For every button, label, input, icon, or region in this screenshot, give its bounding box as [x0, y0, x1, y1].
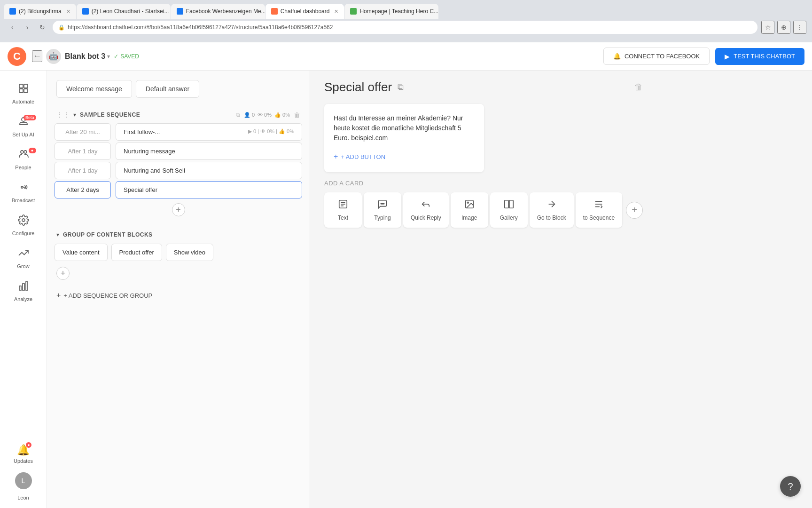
tab-bildungsfirma[interactable]: (2) Bildungsfirma ✕	[4, 4, 76, 19]
svg-point-5	[21, 151, 23, 153]
after-2days-input[interactable]: After 2 days	[55, 181, 111, 198]
copy-icon[interactable]: ⧉	[398, 82, 404, 92]
refresh-button[interactable]: ↻	[36, 21, 49, 34]
group-chevron-icon[interactable]: ▾	[56, 231, 59, 238]
show-video-button[interactable]: Show video	[166, 244, 213, 261]
connect-facebook-button[interactable]: 🔔 CONNECT TO FACEBOOK	[603, 48, 710, 65]
bot-name-chevron-icon[interactable]: ▾	[107, 53, 110, 60]
add-row-button[interactable]: +	[55, 199, 302, 220]
after-20min-input[interactable]: After 20 mi...	[55, 123, 111, 141]
content-type-quick-reply-button[interactable]: Quick Reply	[403, 192, 449, 228]
automate-icon	[18, 83, 29, 97]
add-content-type-button[interactable]: +	[626, 202, 643, 219]
value-content-button[interactable]: Value content	[55, 244, 108, 261]
sidebar-automate-label: Automate	[12, 99, 34, 104]
back-button[interactable]: ‹	[6, 21, 19, 34]
content-type-gallery-button[interactable]: Gallery	[490, 192, 528, 228]
extension-button[interactable]: ⊕	[777, 21, 790, 34]
sequence-rows: After 20 mi... First follow-... ▶ 0 | 👁 …	[55, 122, 302, 199]
nurturing-soft-sell-button[interactable]: Nurturing and Soft Sell	[116, 162, 302, 179]
forward-button[interactable]: ›	[21, 21, 34, 34]
address-actions: ☆ ⊕ ⋮	[761, 21, 806, 34]
chat-help-button[interactable]: ?	[780, 476, 801, 497]
bookmark-button[interactable]: ☆	[761, 21, 774, 34]
svg-point-20	[467, 202, 468, 203]
url-bar[interactable]: 🔒 https://dashboard.chatfuel.com/#/bot/5…	[53, 21, 757, 34]
seq-block-cell: First follow-... ▶ 0 | 👁 0% | 👍 0%	[116, 123, 302, 141]
sidebar-item-setup-ai[interactable]: Set Up AI Beta	[2, 111, 45, 142]
svg-point-17	[382, 203, 383, 204]
connect-fb-label: CONNECT TO FACEBOOK	[625, 53, 700, 60]
plus-icon[interactable]: +	[56, 267, 70, 280]
sidebar-item-broadcast[interactable]: Broadcast	[2, 177, 45, 208]
bot-icon: 🤖	[46, 49, 61, 64]
sequence-section: ⋮⋮ ▾ SAMPLE SEQUENCE ⧉ 👤 0 👁 0% 👍 0% 🗑 A…	[55, 107, 302, 220]
tab-teaching-hero[interactable]: Homepage | Teaching Hero C... ✕	[344, 4, 438, 19]
add-icon[interactable]: +	[172, 203, 185, 216]
tab-close-icon[interactable]: ✕	[66, 8, 70, 15]
sidebar-item-analyze[interactable]: Analyze	[2, 276, 45, 307]
typing-icon	[377, 199, 388, 212]
sidebar-item-configure[interactable]: Configure	[2, 210, 45, 241]
svg-rect-2	[19, 89, 23, 93]
after-1day-input-2[interactable]: After 1 day	[55, 162, 111, 179]
message-text: Hast du Interesse an meiner Akademie? Nu…	[334, 113, 475, 143]
broadcast-icon	[18, 182, 29, 196]
special-offer-button[interactable]: Special offer	[116, 181, 302, 198]
go-to-block-button-label: Go to Block	[537, 214, 566, 221]
drag-handle-icon[interactable]: ⋮⋮	[56, 111, 70, 119]
user-avatar[interactable]: L	[15, 472, 32, 489]
chevron-down-icon[interactable]: ▾	[73, 111, 76, 118]
first-follow-block-button[interactable]: First follow-... ▶ 0 | 👁 0% | 👍 0%	[116, 123, 302, 141]
tab-close-icon[interactable]: ✕	[334, 8, 338, 15]
people-badge: ●	[29, 148, 36, 153]
add-button-row[interactable]: + + ADD BUTTON	[334, 151, 475, 163]
svg-rect-3	[24, 89, 28, 93]
tab-chatfuel[interactable]: Chatfuel dashboard ✕	[265, 4, 344, 19]
product-offer-button[interactable]: Product offer	[111, 244, 162, 261]
content-type-text-button[interactable]: Text	[324, 192, 362, 228]
plus-icon: +	[334, 152, 338, 161]
play-icon: ▶	[725, 53, 730, 60]
sidebar-item-grow[interactable]: Grow	[2, 243, 45, 274]
back-button[interactable]: ←	[32, 50, 42, 62]
user-name-label: Leon	[17, 495, 29, 500]
sidebar-item-updates[interactable]: 🔔 ● Updates	[2, 439, 45, 468]
delete-block-icon[interactable]: 🗑	[634, 82, 643, 92]
add-sequence-button[interactable]: + + ADD SEQUENCE OR GROUP	[47, 284, 310, 307]
sidebar-item-people[interactable]: People ●	[2, 144, 45, 175]
content-type-typing-button[interactable]: Typing	[364, 192, 401, 228]
svg-rect-1	[24, 84, 28, 88]
sequence-title: SAMPLE SEQUENCE	[80, 111, 232, 118]
external-link-icon[interactable]: ⧉	[236, 111, 240, 118]
default-answer-button[interactable]: Default answer	[136, 80, 199, 98]
add-group-block-button[interactable]: +	[55, 263, 302, 284]
group-blocks: Value content Product offer Show video	[55, 242, 302, 263]
welcome-message-button[interactable]: Welcome message	[56, 80, 132, 98]
add-button-label: + ADD BUTTON	[341, 153, 385, 160]
tab-leon[interactable]: (2) Leon Chaudhari - Startsei... ✕	[77, 4, 171, 19]
nurturing-message-button[interactable]: Nurturing message	[116, 143, 302, 160]
block-header: Special offer ⧉ 🗑	[324, 80, 643, 95]
content-type-to-sequence-button[interactable]: to Sequence	[576, 192, 622, 228]
subscribers-stat: 👤 0	[244, 112, 255, 118]
saved-indicator: ✓ SAVED	[114, 53, 139, 60]
content-type-go-to-block-button[interactable]: Go to Block	[530, 192, 574, 228]
menu-button[interactable]: ⋮	[793, 21, 806, 34]
tab-favicon-cf	[271, 8, 278, 15]
sidebar-analyze-label: Analyze	[14, 296, 32, 302]
sidebar-item-automate[interactable]: Automate	[2, 78, 45, 109]
left-panel: Welcome message Default answer ⋮⋮ ▾ SAMP…	[47, 71, 310, 508]
after-1day-input-1[interactable]: After 1 day	[55, 143, 111, 160]
sidebar-setupai-label: Set Up AI	[12, 132, 34, 137]
beta-badge: Beta	[23, 115, 36, 120]
bot-name: Blank bot 3	[65, 52, 105, 61]
configure-icon	[18, 214, 29, 229]
delete-sequence-icon[interactable]: 🗑	[294, 111, 300, 119]
tab-fb-ads[interactable]: Facebook Werbeanzeigen Me... ✕	[171, 4, 265, 19]
test-chatbot-button[interactable]: ▶ TEST THIS CHATBOT	[715, 48, 804, 65]
content-type-image-button[interactable]: Image	[451, 192, 488, 228]
sequence-stats: 👤 0 👁 0% 👍 0%	[244, 112, 290, 118]
to-sequence-icon	[593, 199, 604, 212]
svg-point-16	[381, 203, 382, 204]
